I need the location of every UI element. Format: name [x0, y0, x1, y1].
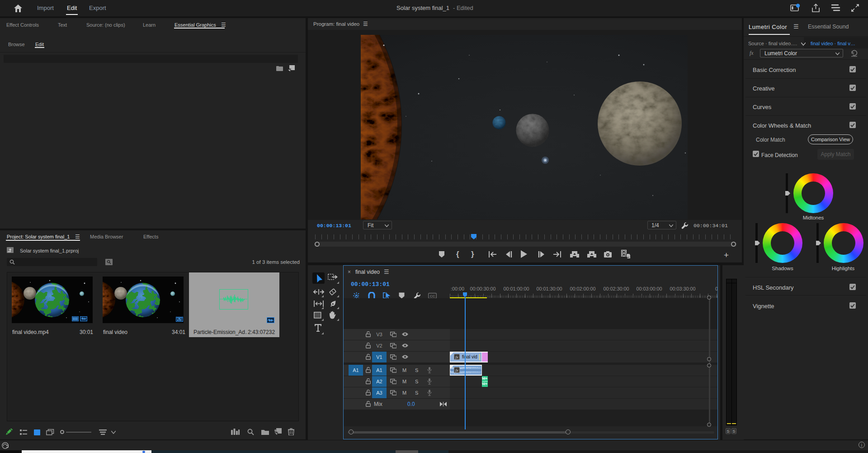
- svg-text:CC: CC: [430, 294, 435, 298]
